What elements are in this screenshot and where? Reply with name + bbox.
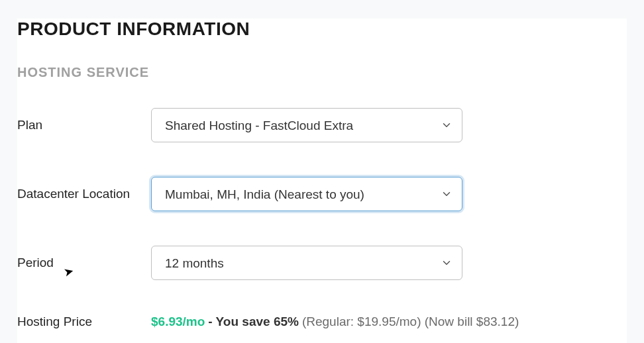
datacenter-label: Datacenter Location: [17, 187, 151, 201]
plan-select[interactable]: Shared Hosting - FastCloud Extra: [151, 108, 462, 142]
price-info: $6.93/mo - You save 65% (Regular: $19.95…: [151, 315, 519, 329]
price-savings: - You save 65%: [208, 315, 299, 329]
section-title: HOSTING SERVICE: [17, 65, 627, 80]
period-label: Period: [17, 256, 151, 270]
price-label: Hosting Price: [17, 315, 151, 329]
plan-label: Plan: [17, 118, 151, 132]
period-select[interactable]: 12 months: [151, 246, 462, 280]
price-regular: (Regular: $19.95/mo) (Now bill $83.12): [302, 315, 519, 329]
plan-row: Plan Shared Hosting - FastCloud Extra: [17, 108, 627, 142]
price-row: Hosting Price $6.93/mo - You save 65% (R…: [17, 315, 627, 329]
datacenter-select[interactable]: Mumbai, MH, India (Nearest to you): [151, 177, 462, 211]
price-rate: $6.93/mo: [151, 315, 205, 329]
period-row: Period 12 months: [17, 246, 627, 280]
datacenter-row: Datacenter Location Mumbai, MH, India (N…: [17, 177, 627, 211]
page-title: PRODUCT INFORMATION: [17, 19, 627, 40]
